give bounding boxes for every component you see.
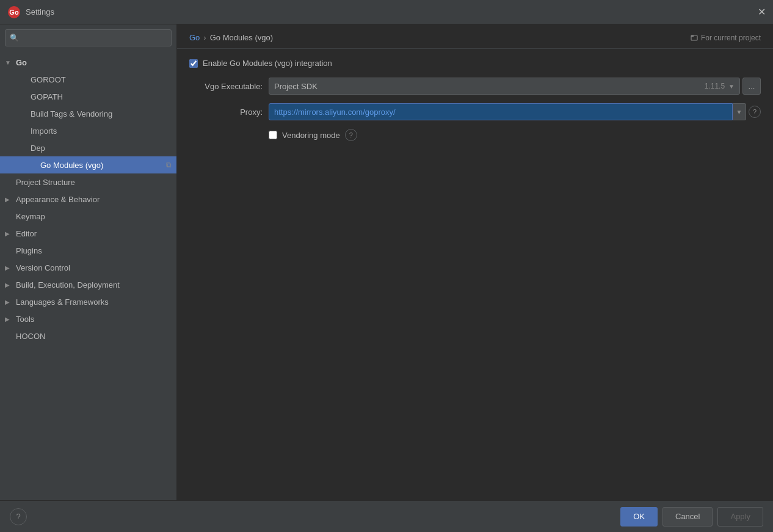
breadcrumb-go[interactable]: Go [189, 33, 200, 42]
sidebar-item-version-control[interactable]: ▶ Version Control ⧉ [0, 259, 176, 276]
vendoring-help-icon[interactable]: ? [345, 129, 357, 141]
proxy-field: ▼ ? [269, 103, 761, 120]
search-box[interactable]: 🔍 [5, 29, 172, 46]
footer-buttons: OK Cancel Apply [620, 507, 763, 527]
enable-go-modules-checkbox[interactable] [189, 59, 198, 68]
sidebar-item-tools-label: Tools [16, 315, 172, 324]
vendoring-mode-checkbox[interactable] [269, 131, 277, 139]
sidebar-item-editor-label: Editor [16, 229, 172, 238]
sidebar-item-gopath[interactable]: GOPATH ⧉ [0, 88, 176, 105]
vgo-executable-label: Vgo Executable: [189, 82, 263, 91]
sidebar: 🔍 ▼ Go GOROOT ⧉ GOPATH ⧉ [0, 24, 177, 500]
sidebar-item-goroot-label: GOROOT [31, 75, 164, 84]
help-button[interactable]: ? [10, 508, 27, 525]
sidebar-item-build[interactable]: ▶ Build, Execution, Deployment [0, 276, 176, 293]
proxy-row: Proxy: ▼ ? [189, 103, 761, 120]
apply-button[interactable]: Apply [717, 507, 763, 527]
sidebar-item-dep-label: Dep [31, 144, 164, 153]
ok-button[interactable]: OK [620, 507, 658, 527]
content-body: Enable Go Modules (vgo) integration Vgo … [177, 49, 773, 500]
content-header: Go › Go Modules (vgo) For current projec… [177, 24, 773, 49]
sidebar-item-keymap[interactable]: Keymap [0, 208, 176, 225]
footer: ? OK Cancel Apply [0, 500, 773, 532]
project-icon [690, 34, 699, 42]
vgo-executable-field: Project SDK 1.11.5 ▼ ... [269, 78, 761, 95]
sidebar-item-imports[interactable]: Imports ⧉ [0, 122, 176, 139]
enable-go-modules-label[interactable]: Enable Go Modules (vgo) integration [203, 59, 332, 68]
chevron-right-icon: ▶ [5, 299, 15, 305]
sidebar-item-hocon[interactable]: HOCON ⧉ [0, 327, 176, 344]
sidebar-item-plugins-label: Plugins [16, 246, 172, 255]
for-current-project-label: For current project [701, 34, 761, 42]
vgo-browse-button[interactable]: ... [742, 78, 761, 95]
sidebar-item-languages-label: Languages & Frameworks [16, 297, 172, 307]
sidebar-item-version-control-label: Version Control [16, 263, 164, 272]
sidebar-item-gopath-label: GOPATH [31, 92, 164, 101]
sidebar-item-keymap-label: Keymap [16, 212, 172, 221]
sidebar-item-project-structure[interactable]: Project Structure ⧉ [0, 173, 176, 191]
help-icon: ? [16, 512, 20, 521]
window-title: Settings [26, 7, 54, 16]
sidebar-item-project-structure-label: Project Structure [16, 178, 164, 187]
vgo-executable-combo[interactable]: Project SDK 1.11.5 ▼ [269, 78, 740, 95]
chevron-right-icon: ▶ [5, 264, 15, 271]
proxy-input-wrapper: ▼ [269, 103, 746, 120]
sidebar-item-appearance-label: Appearance & Behavior [16, 195, 172, 204]
sidebar-item-plugins[interactable]: Plugins [0, 242, 176, 259]
svg-text:Go: Go [9, 9, 19, 16]
chevron-down-icon: ▼ [5, 59, 15, 66]
vendoring-mode-row: Vendoring mode ? [189, 129, 761, 141]
breadcrumb-separator: › [203, 33, 206, 42]
sidebar-item-editor[interactable]: ▶ Editor [0, 225, 176, 242]
content-panel: Go › Go Modules (vgo) For current projec… [177, 24, 773, 500]
sidebar-item-go-label: Go [16, 58, 172, 67]
search-input[interactable] [5, 29, 172, 46]
sidebar-item-go-modules[interactable]: Go Modules (vgo) ⧉ [0, 156, 176, 173]
proxy-label: Proxy: [189, 107, 263, 117]
sidebar-item-goroot[interactable]: GOROOT ⧉ [0, 71, 176, 88]
vgo-version: 1.11.5 [705, 82, 725, 90]
vgo-executable-row: Vgo Executable: Project SDK 1.11.5 ▼ ... [189, 78, 761, 95]
chevron-right-icon: ▶ [5, 316, 15, 322]
vendoring-mode-label[interactable]: Vendoring mode [282, 131, 340, 140]
proxy-input[interactable] [269, 103, 733, 120]
chevron-right-icon: ▶ [5, 282, 15, 288]
breadcrumb-current: Go Modules (vgo) [210, 33, 273, 42]
sidebar-item-dep[interactable]: Dep ⧉ [0, 139, 176, 156]
sidebar-item-tools[interactable]: ▶ Tools [0, 310, 176, 327]
search-icon: 🔍 [10, 34, 19, 42]
proxy-help-icon[interactable]: ? [749, 106, 761, 118]
sidebar-item-go-modules-label: Go Modules (vgo) [40, 161, 164, 170]
svg-rect-3 [691, 35, 694, 37]
sidebar-item-build-tags[interactable]: Build Tags & Vendoring ⧉ [0, 105, 176, 122]
chevron-right-icon: ▶ [5, 196, 15, 203]
title-bar: Go Settings ✕ [0, 0, 773, 24]
sidebar-item-appearance[interactable]: ▶ Appearance & Behavior [0, 191, 176, 208]
vgo-executable-value: Project SDK [274, 82, 318, 91]
proxy-dropdown-button[interactable]: ▼ [733, 103, 746, 120]
sidebar-item-go[interactable]: ▼ Go [0, 54, 176, 71]
sidebar-tree: ▼ Go GOROOT ⧉ GOPATH ⧉ Build Tags & Vend… [0, 51, 176, 500]
sidebar-item-build-tags-label: Build Tags & Vendoring [31, 109, 164, 118]
app-logo: Go [7, 5, 21, 19]
sidebar-item-imports-label: Imports [31, 126, 164, 136]
chevron-right-icon: ▶ [5, 230, 15, 237]
enable-go-modules-row: Enable Go Modules (vgo) integration [189, 59, 761, 68]
sidebar-item-languages[interactable]: ▶ Languages & Frameworks [0, 293, 176, 310]
sidebar-item-build-label: Build, Execution, Deployment [16, 280, 172, 290]
for-current-project: For current project [690, 34, 761, 42]
main-content: 🔍 ▼ Go GOROOT ⧉ GOPATH ⧉ [0, 24, 773, 500]
close-button[interactable]: ✕ [758, 7, 766, 17]
cancel-button[interactable]: Cancel [662, 507, 713, 527]
copy-icon: ⧉ [166, 161, 172, 169]
combo-arrow-icon: ▼ [728, 83, 735, 90]
sidebar-item-hocon-label: HOCON [16, 332, 164, 341]
